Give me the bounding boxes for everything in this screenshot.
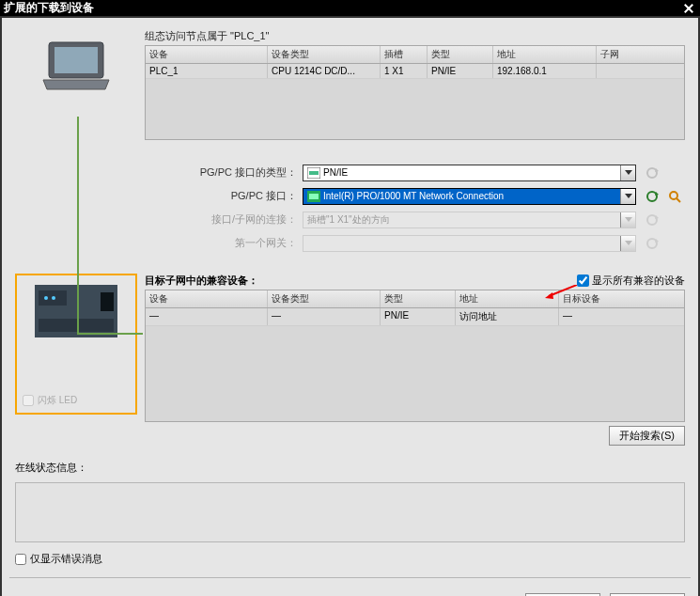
cell-device: — (146, 308, 268, 325)
cell-device-type: — (268, 308, 381, 325)
cell-device: PLC_1 (146, 64, 268, 78)
errors-only-label: 仅显示错误消息 (30, 552, 102, 566)
svg-rect-18 (39, 319, 114, 332)
pgpc-type-value: PN/IE (323, 167, 348, 178)
svg-point-14 (647, 239, 657, 248)
errors-only-option[interactable]: 仅显示错误消息 (15, 552, 685, 566)
col-address: 地址 (456, 290, 559, 307)
cell-subnet (597, 64, 684, 78)
col-device: 设备 (146, 290, 268, 307)
svg-point-21 (52, 296, 55, 300)
svg-point-20 (44, 296, 48, 300)
col-slot: 插槽 (381, 46, 428, 63)
start-search-button[interactable]: 开始搜索(S) (609, 426, 685, 446)
col-device-type: 设备类型 (268, 290, 381, 307)
pgpc-iface-combo[interactable]: Intel(R) PRO/1000 MT Network Connection (303, 188, 636, 205)
laptop-icon (39, 39, 113, 93)
svg-line-11 (677, 198, 680, 202)
refresh-icon[interactable] (642, 186, 662, 206)
cell-type: PN/IE (428, 64, 493, 78)
cell-device-type: CPU 1214C DC/D... (268, 64, 381, 78)
subnet-label: 接口/子网的连接： (147, 212, 297, 227)
svg-point-8 (647, 192, 657, 201)
svg-point-4 (647, 168, 657, 178)
cell-type: PN/IE (381, 308, 456, 325)
cell-address: 192.168.0.1 (493, 64, 597, 78)
flash-led-option[interactable]: 闪烁 LED (23, 394, 130, 407)
pgpc-iface-label: PG/PC 接口： (147, 189, 297, 203)
compatible-devices-label: 目标子网中的兼容设备： (145, 274, 577, 288)
col-subnet: 子网 (597, 46, 684, 63)
col-address: 地址 (493, 46, 597, 63)
svg-point-10 (670, 192, 677, 199)
show-all-option[interactable]: 显示所有兼容的设备 (577, 274, 685, 288)
flash-led-checkbox (23, 395, 34, 406)
connection-wire-h (77, 333, 143, 335)
col-target: 目标设备 (559, 290, 684, 307)
svg-point-12 (647, 215, 657, 225)
cell-slot: 1 X1 (381, 64, 428, 78)
plc-icon (35, 285, 117, 339)
table-row[interactable]: — — PN/IE 访问地址 — (146, 308, 684, 326)
compatible-devices-table: 设备 设备类型 类型 地址 目标设备 — — PN/IE 访问地址 — (145, 290, 685, 422)
pgpc-type-label: PG/PC 接口的类型： (147, 165, 297, 180)
spacer (664, 163, 685, 182)
target-device-panel: 闪烁 LED (15, 274, 137, 415)
chevron-down-icon[interactable] (620, 165, 635, 180)
spacer (664, 233, 685, 253)
gateway-combo (303, 235, 636, 252)
svg-rect-1 (54, 47, 98, 73)
pnie-icon (307, 167, 320, 179)
pgpc-iface-value: Intel(R) PRO/1000 MT Network Connection (323, 191, 504, 201)
refresh-icon (642, 233, 662, 253)
chevron-down-icon[interactable] (620, 189, 635, 204)
chevron-down-icon (620, 236, 635, 251)
access-nodes-caption: 组态访问节点属于 "PLC_1" (145, 29, 685, 43)
titlebar: 扩展的下载到设备 (0, 0, 700, 16)
gateway-label: 第一个网关： (147, 236, 297, 250)
close-icon[interactable] (681, 1, 696, 16)
col-device-type: 设备类型 (268, 46, 381, 63)
cell-address: 访问地址 (456, 308, 559, 325)
table-row[interactable]: PLC_1 CPU 1214C DC/D... 1 X1 PN/IE 192.1… (146, 64, 684, 79)
svg-rect-7 (309, 194, 319, 199)
errors-only-checkbox[interactable] (15, 554, 26, 565)
window-title: 扩展的下载到设备 (4, 0, 681, 16)
divider (9, 577, 691, 578)
access-nodes-table: 设备 设备类型 插槽 类型 地址 子网 PLC_1 CPU 1214C DC/D… (145, 45, 685, 140)
col-device: 设备 (146, 46, 268, 63)
spacer (664, 210, 685, 229)
col-type: 类型 (381, 290, 456, 307)
subnet-placeholder: 插槽"1 X1"处的方向 (307, 213, 390, 227)
col-type: 类型 (428, 46, 493, 63)
connection-wire (77, 117, 79, 333)
subnet-combo: 插槽"1 X1"处的方向 (303, 212, 636, 228)
svg-rect-3 (309, 171, 319, 175)
show-all-checkbox[interactable] (577, 274, 589, 287)
online-status-box (15, 482, 685, 542)
cell-target: — (559, 308, 684, 325)
svg-rect-19 (101, 292, 114, 311)
search-icon[interactable] (664, 186, 685, 206)
show-all-label: 显示所有兼容的设备 (592, 274, 685, 288)
refresh-icon (642, 163, 662, 182)
chevron-down-icon (620, 212, 635, 227)
flash-led-label: 闪烁 LED (38, 394, 77, 407)
laptop-panel (15, 29, 137, 140)
pgpc-type-combo[interactable]: PN/IE (303, 165, 636, 181)
nic-icon (307, 191, 320, 202)
online-status-label: 在线状态信息： (15, 461, 685, 475)
refresh-icon (642, 210, 662, 229)
